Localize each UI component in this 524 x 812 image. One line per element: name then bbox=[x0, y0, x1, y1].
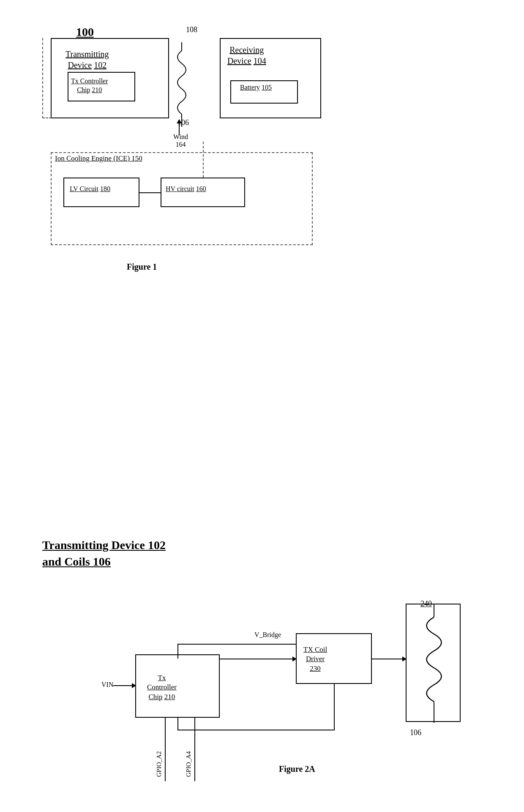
vin-label: VIN bbox=[101, 681, 113, 689]
ctrl-to-drv-arrow bbox=[220, 659, 296, 659]
ctrl-bottom-up bbox=[334, 683, 335, 730]
page: 100 Transmitting Device 102 Tx Controlle… bbox=[0, 0, 524, 812]
fig1-title: 100 bbox=[76, 25, 94, 39]
fig2-diagram: Tx Controller Chip 210 TX Coil Driver 23… bbox=[42, 578, 507, 798]
ctrl-bottom-horiz bbox=[177, 730, 334, 730]
lv-label: LV Circuit 180 bbox=[70, 185, 110, 193]
gpio-a2-label: GPIO_A2 bbox=[156, 752, 163, 777]
drv-to-coil-arrow bbox=[372, 659, 406, 659]
hv-label: HV circuit 160 bbox=[166, 185, 206, 193]
lv-hv-connector bbox=[139, 192, 161, 193]
coil-area bbox=[169, 42, 190, 118]
gpio-line-a2 bbox=[165, 718, 166, 781]
ctrl-up-horiz bbox=[178, 644, 296, 645]
ice-label: Ion Cooling Engine (ICE) 150 bbox=[55, 154, 142, 163]
coil240-box bbox=[406, 604, 461, 722]
tx-dashed-left bbox=[42, 38, 43, 118]
figure2-container: Transmitting Device 102 and Coils 106 Tx… bbox=[42, 537, 499, 798]
ctrl-bottom-line bbox=[177, 718, 178, 730]
label-108: 108 bbox=[186, 25, 197, 34]
vin-arrow bbox=[113, 685, 135, 686]
fig1-diagram: 100 Transmitting Device 102 Tx Controlle… bbox=[42, 25, 338, 258]
battery-label: Battery 105 bbox=[240, 84, 272, 91]
tx-ctrl-label: Tx Controller Chip 210 bbox=[147, 673, 177, 701]
tx-dashed-bottom bbox=[42, 118, 52, 118]
label-106-fig2: 106 bbox=[410, 728, 421, 737]
tx-coil-drv-label: TX Coil Driver 230 bbox=[303, 645, 327, 673]
rx-device-label: Receiving Device 104 bbox=[227, 44, 266, 66]
fig1-caption: Figure 1 bbox=[127, 262, 157, 272]
figure1-container: 100 Transmitting Device 102 Tx Controlle… bbox=[25, 25, 499, 258]
ctrl-up-line bbox=[177, 644, 178, 659]
vbridge-label: V_Bridge bbox=[254, 631, 281, 639]
wind-label: Wind 164 bbox=[173, 133, 188, 148]
tx-chip-label: Tx Controller Chip 210 bbox=[71, 77, 108, 95]
gpio-line-a4 bbox=[194, 718, 195, 781]
fig2-caption: Figure 2A bbox=[279, 764, 315, 774]
gpio-a4-label: GPIO_A4 bbox=[185, 752, 192, 777]
label-240: 240 bbox=[420, 599, 432, 608]
tx-device-label: Transmitting Device 102 bbox=[66, 49, 109, 71]
hv-dashed-up bbox=[203, 142, 204, 178]
fig2-title: Transmitting Device 102 and Coils 106 bbox=[42, 537, 499, 570]
